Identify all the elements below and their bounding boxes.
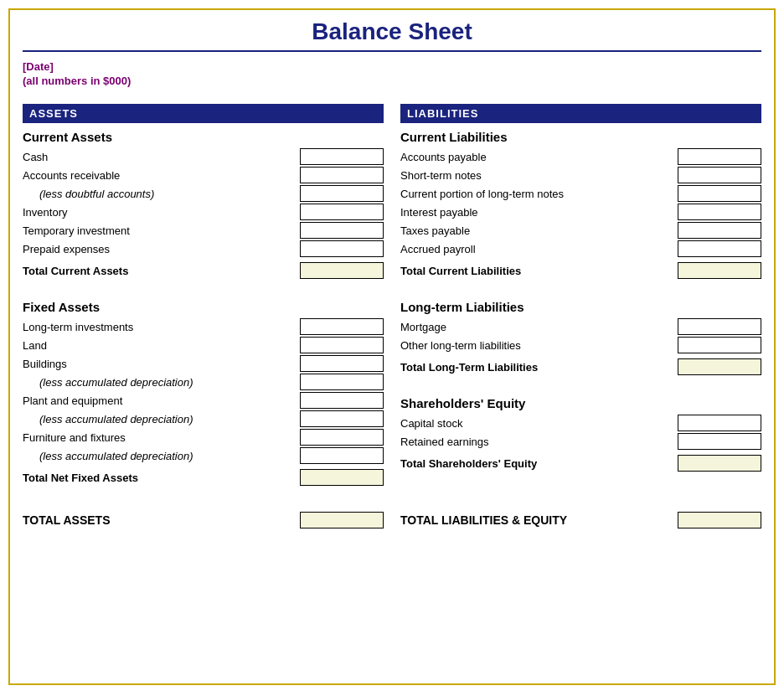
less-accum-dep-plant-input[interactable] — [300, 410, 384, 427]
less-accum-dep-buildings-row: (less accumulated depreciation) — [23, 373, 384, 391]
plant-equipment-label: Plant and equipment — [23, 394, 300, 407]
longterm-liabilities-title: Long-term Liabilities — [400, 300, 761, 314]
less-accum-dep-plant-label: (less accumulated depreciation) — [23, 413, 300, 425]
total-liabilities-input[interactable] — [678, 512, 761, 528]
less-doubtful-label: (less doubtful accounts) — [23, 188, 300, 200]
longterm-investments-label: Long-term investments — [23, 321, 300, 333]
temporary-investment-row: Temporary investment — [23, 221, 384, 240]
current-assets-title: Current Assets — [23, 130, 384, 144]
prepaid-expenses-row: Prepaid expenses — [23, 240, 384, 258]
accounts-receivable-label: Accounts receivable — [23, 169, 300, 182]
current-portion-row: Current portion of long-term notes — [400, 184, 761, 203]
plant-equipment-input[interactable] — [300, 392, 384, 409]
less-accum-dep-furniture-input[interactable] — [300, 447, 384, 464]
furniture-fixtures-input[interactable] — [300, 429, 384, 446]
interest-payable-input[interactable] — [678, 204, 761, 220]
total-equity-row: Total Shareholders' Equity — [400, 452, 761, 474]
temporary-investment-input[interactable] — [300, 222, 384, 239]
assets-header: ASSETS — [23, 104, 384, 123]
taxes-payable-row: Taxes payable — [400, 221, 761, 240]
total-current-assets-label: Total Current Assets — [23, 265, 300, 277]
inventory-input[interactable] — [300, 204, 384, 220]
total-net-fixed-label: Total Net Fixed Assets — [23, 472, 300, 484]
date-label: [Date] — [23, 60, 761, 73]
total-current-liabilities-row: Total Current Liabilities — [400, 260, 761, 281]
total-equity-label: Total Shareholders' Equity — [400, 457, 678, 470]
taxes-payable-input[interactable] — [678, 222, 761, 239]
capital-stock-input[interactable] — [678, 415, 761, 431]
longterm-investments-input[interactable] — [300, 318, 384, 335]
retained-earnings-input[interactable] — [678, 433, 761, 450]
accounts-receivable-input[interactable] — [300, 167, 384, 183]
current-liabilities-title: Current Liabilities — [400, 130, 761, 144]
land-input[interactable] — [300, 337, 384, 353]
fixed-assets-title: Fixed Assets — [23, 300, 384, 314]
less-accum-dep-furniture-row: (less accumulated depreciation) — [23, 446, 384, 465]
less-doubtful-row: (less doubtful accounts) — [23, 184, 384, 203]
current-portion-label: Current portion of long-term notes — [400, 188, 678, 200]
furniture-fixtures-row: Furniture and fixtures — [23, 428, 384, 446]
other-longterm-input[interactable] — [678, 337, 761, 353]
mortgage-row: Mortgage — [400, 317, 761, 336]
liabilities-header: LIABILITIES — [400, 104, 761, 123]
cash-row: Cash — [23, 147, 384, 166]
buildings-row: Buildings — [23, 354, 384, 373]
short-term-notes-row: Short-term notes — [400, 166, 761, 184]
balance-sheet-page: Balance Sheet [Date] (all numbers in $00… — [8, 8, 776, 685]
total-longterm-label: Total Long-Term Liabilities — [400, 361, 678, 374]
temporary-investment-label: Temporary investment — [23, 224, 300, 237]
current-portion-input[interactable] — [678, 185, 761, 202]
plant-equipment-row: Plant and equipment — [23, 391, 384, 410]
accrued-payroll-row: Accrued payroll — [400, 240, 761, 258]
total-equity-input[interactable] — [678, 455, 761, 472]
short-term-notes-label: Short-term notes — [400, 169, 678, 182]
page-title: Balance Sheet — [23, 18, 761, 52]
inventory-label: Inventory — [23, 206, 300, 219]
accrued-payroll-input[interactable] — [678, 240, 761, 257]
total-current-assets-row: Total Current Assets — [23, 260, 384, 281]
total-liabilities-col: TOTAL LIABILITIES & EQUITY — [400, 512, 761, 528]
total-current-liabilities-label: Total Current Liabilities — [400, 265, 678, 277]
furniture-fixtures-label: Furniture and fixtures — [23, 431, 300, 444]
total-longterm-row: Total Long-Term Liabilities — [400, 356, 761, 378]
numbers-note: (all numbers in $000) — [23, 75, 761, 87]
equity-title: Shareholders' Equity — [400, 396, 761, 410]
total-longterm-input[interactable] — [678, 358, 761, 375]
prepaid-expenses-label: Prepaid expenses — [23, 243, 300, 255]
buildings-label: Buildings — [23, 358, 300, 370]
accounts-payable-input[interactable] — [678, 148, 761, 165]
total-current-liabilities-input[interactable] — [678, 262, 761, 279]
bottom-totals: TOTAL ASSETS TOTAL LIABILITIES & EQUITY — [23, 505, 761, 528]
accounts-receivable-row: Accounts receivable — [23, 166, 384, 184]
less-accum-dep-furniture-label: (less accumulated depreciation) — [23, 450, 300, 462]
less-accum-dep-plant-row: (less accumulated depreciation) — [23, 410, 384, 428]
less-accum-dep-buildings-input[interactable] — [300, 374, 384, 390]
total-assets-input[interactable] — [300, 512, 384, 528]
total-net-fixed-row: Total Net Fixed Assets — [23, 467, 384, 488]
buildings-input[interactable] — [300, 355, 384, 372]
total-assets-col: TOTAL ASSETS — [23, 512, 384, 528]
capital-stock-label: Capital stock — [400, 417, 678, 430]
inventory-row: Inventory — [23, 203, 384, 221]
prepaid-expenses-input[interactable] — [300, 240, 384, 257]
cash-label: Cash — [23, 151, 300, 163]
total-current-assets-input[interactable] — [300, 262, 384, 279]
taxes-payable-label: Taxes payable — [400, 224, 678, 237]
land-label: Land — [23, 339, 300, 352]
short-term-notes-input[interactable] — [678, 167, 761, 183]
accounts-payable-label: Accounts payable — [400, 151, 678, 163]
total-liabilities-label: TOTAL LIABILITIES & EQUITY — [400, 513, 567, 527]
interest-payable-label: Interest payable — [400, 206, 678, 219]
total-net-fixed-input[interactable] — [300, 469, 384, 486]
less-accum-dep-buildings-label: (less accumulated depreciation) — [23, 376, 300, 389]
retained-earnings-label: Retained earnings — [400, 436, 678, 448]
interest-payable-row: Interest payable — [400, 203, 761, 221]
cash-input[interactable] — [300, 148, 384, 165]
liabilities-column: LIABILITIES Current Liabilities Accounts… — [400, 104, 761, 488]
accounts-payable-row: Accounts payable — [400, 147, 761, 166]
main-content: ASSETS Current Assets Cash Accounts rece… — [23, 104, 761, 488]
total-assets-label: TOTAL ASSETS — [23, 513, 111, 527]
mortgage-input[interactable] — [678, 318, 761, 335]
assets-column: ASSETS Current Assets Cash Accounts rece… — [23, 104, 384, 488]
less-doubtful-input[interactable] — [300, 185, 384, 202]
